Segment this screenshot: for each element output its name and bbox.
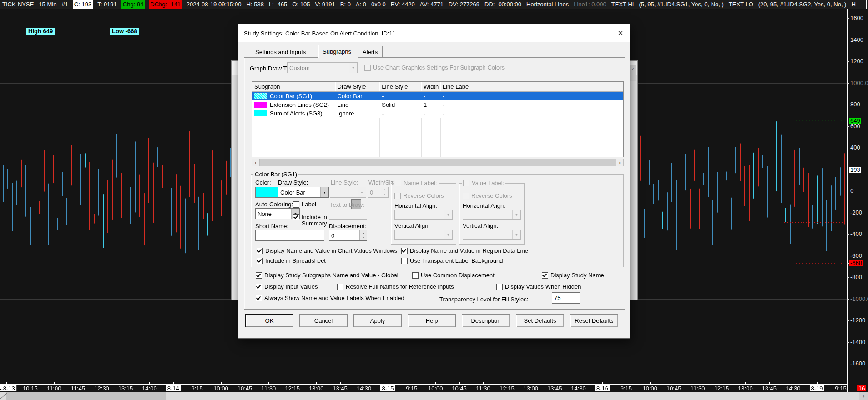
sg1-option-checkbox[interactable]: Display Name and Value in Region Data Li… xyxy=(401,248,528,254)
checkbox-label: Label xyxy=(302,201,316,208)
time-label: 14:00 xyxy=(142,385,157,391)
description-button[interactable]: Description xyxy=(462,314,510,327)
width-size-value: 0 xyxy=(370,189,373,196)
time-label: 10:00 xyxy=(213,385,228,391)
price-tick-label: -1200 xyxy=(850,317,865,324)
tab-alerts[interactable]: Alerts xyxy=(358,46,383,57)
draw-style-combo[interactable]: Color Bar ▼ xyxy=(278,187,329,198)
checkbox-box xyxy=(496,284,503,290)
transparency-input[interactable]: 75 xyxy=(552,292,580,304)
checkbox-label: Display Study Name xyxy=(550,272,604,279)
tab-settings-and-inputs[interactable]: Settings and Inputs xyxy=(251,46,318,57)
scroll-left-arrow-icon[interactable]: ‹ xyxy=(252,159,259,166)
table-cell-text: Color Bar xyxy=(338,93,363,100)
sg1-option-checkbox[interactable]: Display Name and Value in Chart Values W… xyxy=(257,248,397,254)
sg1-option-checkbox[interactable]: Include in Spreadsheet xyxy=(257,258,326,264)
table-row[interactable]: Color Bar (SG1)Color Bar--- xyxy=(252,92,623,100)
tab-label: Settings and Inputs xyxy=(255,49,306,55)
apply-button[interactable]: Apply xyxy=(353,314,402,327)
global-option-checkbox[interactable]: Use Common Displacement xyxy=(412,272,495,279)
subgraph-color-swatch xyxy=(254,102,267,108)
name-label-checkbox: Name Label: xyxy=(394,180,439,186)
time-tick xyxy=(6,382,7,384)
set-defaults-button[interactable]: Set Defaults xyxy=(516,314,564,327)
time-label: 11:45 xyxy=(71,385,85,391)
price-value-badge: -668 xyxy=(849,260,863,266)
price-tick xyxy=(847,342,849,343)
checkbox-label: Resolve Full Names for Reference Inputs xyxy=(346,284,454,290)
time-label: 10:45 xyxy=(237,385,252,391)
table-column-line xyxy=(421,118,422,157)
sg1-option-checkbox[interactable]: Use Transparent Label Background xyxy=(401,258,503,264)
table-column-line xyxy=(379,118,380,157)
info-bar-field: TEXT LO xyxy=(728,0,754,9)
price-tick xyxy=(847,105,849,105)
scrollbar-thumb[interactable] xyxy=(6,392,166,400)
table-cell: - xyxy=(421,92,440,100)
color-swatch-button[interactable] xyxy=(255,187,281,198)
checkbox-box xyxy=(293,201,299,208)
time-label: 11:00 xyxy=(47,385,61,391)
table-cell: Color Bar (SG1) xyxy=(252,92,335,100)
info-bar-field: Line1: 0.000 xyxy=(573,0,607,9)
table-column-header: Width xyxy=(421,82,440,92)
time-label: 12:15 xyxy=(714,385,729,391)
time-label: 9:15 xyxy=(406,385,417,391)
table-cell: - xyxy=(440,109,623,118)
info-bar-field: DD: -00:00:00 xyxy=(484,0,522,9)
price-tick xyxy=(847,256,849,256)
info-bar-field: B: 0 xyxy=(340,0,351,9)
price-tick xyxy=(847,299,849,300)
table-scrollbar-thumb[interactable] xyxy=(259,159,616,166)
time-axis[interactable]: 4-8-1310:1511:0011:4512:3013:1514:008-14… xyxy=(0,384,868,392)
cancel-button[interactable]: Cancel xyxy=(299,314,348,327)
table-cell: - xyxy=(421,109,440,118)
table-cell: - xyxy=(440,100,623,109)
time-tick xyxy=(793,382,793,384)
global-option-checkbox[interactable]: Display Values When Hidden xyxy=(496,284,581,290)
dialog-title: Study Settings: Color Bar Based On Alert… xyxy=(238,30,395,37)
time-tick xyxy=(102,382,102,384)
table-cell: - xyxy=(379,109,421,118)
global-option-checkbox[interactable]: Resolve Full Names for Reference Inputs xyxy=(337,284,454,290)
tab-subgraphs[interactable]: Subgraphs xyxy=(318,45,358,58)
checkbox-box xyxy=(257,248,263,254)
draw-style-label: Draw Style: xyxy=(278,179,308,186)
value-label-checkbox: Value Label: xyxy=(462,180,505,186)
color-label: Color: xyxy=(255,179,271,186)
chevron-down-icon: ▼ xyxy=(349,63,357,73)
price-value-badge: 193 xyxy=(849,167,861,173)
global-option-checkbox[interactable]: Display Study Subgraphs Name and Value -… xyxy=(256,272,399,279)
scrollbar-right-arrow-icon[interactable]: › xyxy=(859,392,868,400)
price-scale[interactable]: 1600140012001000.08006496004001930-200-4… xyxy=(847,9,868,384)
displacement-spinner[interactable]: 0 ▲▼ xyxy=(329,230,367,241)
info-bar-field: A: 0 xyxy=(355,0,367,9)
chart-horizontal-scrollbar[interactable]: › xyxy=(0,392,868,400)
global-option-checkbox[interactable]: Display Study Name xyxy=(542,272,604,279)
checkbox-box xyxy=(293,214,299,220)
global-option-checkbox[interactable]: Display Input Values xyxy=(256,284,318,290)
table-cell: Ignore xyxy=(335,109,380,118)
table-row[interactable]: Extension Lines (SG2)LineSolid1- xyxy=(252,100,623,109)
info-bar-field: TICK-NYSE xyxy=(2,0,34,9)
table-cell-text: - xyxy=(382,110,384,117)
line-style-label: Line Style: xyxy=(331,179,358,186)
time-tick xyxy=(841,382,841,384)
use-chart-graphics-checkbox: Use Chart Graphics Settings For Subgraph… xyxy=(364,65,505,71)
global-option-checkbox[interactable]: Always Show Name and Value Labels When E… xyxy=(256,295,404,301)
label-checkbox[interactable]: Label xyxy=(293,201,316,208)
table-horizontal-scrollbar[interactable]: ‹ › xyxy=(252,159,624,166)
name-horizontal-align-label: Horizontal Align: xyxy=(394,202,437,209)
short-name-input[interactable] xyxy=(255,230,324,241)
table-row[interactable]: Sum of Alerts (SG3)Ignore--- xyxy=(252,109,623,118)
reset-defaults-button[interactable]: Reset Defaults xyxy=(570,314,618,327)
chevron-down-icon: ▼ xyxy=(358,187,366,197)
time-tick xyxy=(30,382,30,384)
scroll-right-arrow-icon[interactable]: › xyxy=(616,159,623,166)
close-icon[interactable]: ✕ xyxy=(611,24,630,42)
time-tick xyxy=(579,382,579,384)
help-button[interactable]: Help xyxy=(408,314,456,327)
subgraph-table[interactable]: SubgraphDraw StyleLine StyleWidthLine La… xyxy=(252,81,624,157)
dialog-titlebar[interactable]: Study Settings: Color Bar Based On Alert… xyxy=(238,24,630,42)
ok-button[interactable]: OK xyxy=(245,314,293,327)
